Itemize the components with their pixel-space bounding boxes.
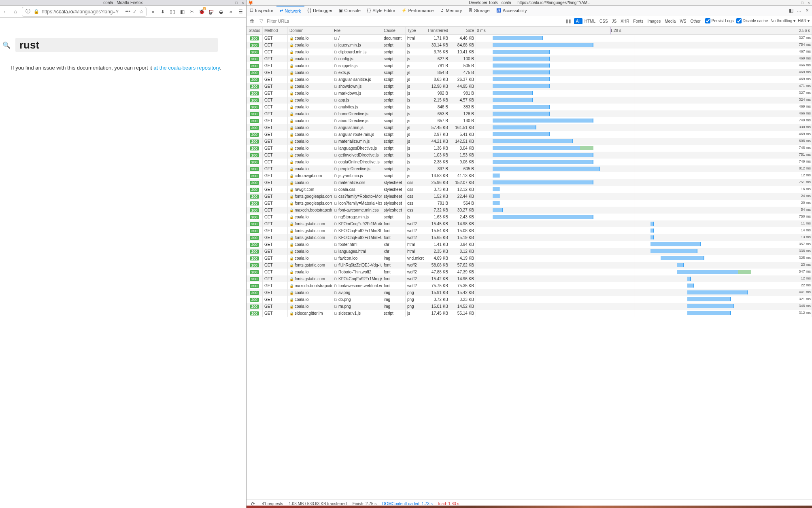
reader-icon[interactable]: ✓	[133, 9, 137, 15]
network-row[interactable]: 200GET🔒coala.io🗋snippets.jsscriptjs781 B…	[247, 62, 812, 69]
network-row[interactable]: 200GET🔒coala.io🗋coalaOnlineDirective.jss…	[247, 159, 812, 165]
network-row[interactable]: 200GET🔒coala.io🗋clipboard.min.jsscriptjs…	[247, 49, 812, 55]
network-row[interactable]: 200GET🔒coala.io🗋exts.jsscriptjs854 B475 …	[247, 69, 812, 76]
tab-style-editor[interactable]: { } Style Editor	[364, 6, 399, 15]
network-row[interactable]: 200GET🔒coala.io🗋Roboto-Thin.woff2fontwof…	[247, 269, 812, 275]
network-row[interactable]: 200GET🔒maxcdn.bootstrapcdn.com🗋fontaweso…	[247, 282, 812, 289]
info-icon[interactable]: ⓘ	[25, 8, 31, 15]
network-rows[interactable]: 200GET🔒coala.io🗋/documenthtml1.71 KB4.46…	[247, 35, 812, 499]
more-icon[interactable]: •••	[125, 9, 130, 15]
menu-icon[interactable]: ☰	[237, 8, 244, 15]
network-row[interactable]: 200GET🔒fonts.gstatic.com🗋KFOmCnqEu92Fr1M…	[247, 220, 812, 227]
network-row[interactable]: 200GET🔒fonts.gstatic.com🗋KFOlCnqEu92Fr1M…	[247, 227, 812, 234]
filter-media[interactable]: Media	[663, 18, 678, 24]
tab-inspector[interactable]: ☐ Inspector	[247, 6, 276, 15]
back-icon[interactable]: ←	[2, 8, 9, 15]
trash-icon[interactable]: 🗑	[249, 18, 255, 24]
tab-memory[interactable]: 🗋 Memory	[437, 6, 465, 15]
network-row[interactable]: 200GET🔒coala.io🗋config.jsscriptjs627 B10…	[247, 55, 812, 62]
persist-logs-checkbox[interactable]: Persist Logs	[705, 18, 734, 23]
pause-icon[interactable]: ▮▮	[565, 18, 572, 24]
library-icon[interactable]: ▯▯	[169, 8, 176, 15]
dt-minimize-button[interactable]: —	[793, 1, 798, 5]
filter-html[interactable]: HTML	[582, 18, 597, 24]
network-row[interactable]: 200GET🔒fonts.googleapis.com🗋css?family=R…	[247, 193, 812, 200]
network-row[interactable]: 200GET🔒cdn.rawgit.com🗋js-yaml.min.jsscri…	[247, 172, 812, 179]
search-input[interactable]	[15, 38, 218, 52]
overflow-icon[interactable]: »	[227, 8, 234, 15]
sidebar-icon[interactable]: ◧	[179, 8, 185, 15]
network-row[interactable]: 200GET🔒maxcdn.bootstrapcdn.com🗋font-awes…	[247, 207, 812, 214]
pocket-icon[interactable]: ◒	[218, 8, 224, 15]
filter-other[interactable]: Other	[689, 18, 703, 24]
network-row[interactable]: 200GET🔒coala.io🗋aboutDirective.jsscriptj…	[247, 117, 812, 124]
filter-fonts[interactable]: Fonts	[631, 18, 645, 24]
network-row[interactable]: 200GET🔒coala.io🗋languages.htmlxhrhtml2.3…	[247, 248, 812, 255]
disable-cache-checkbox[interactable]: Disable cache	[736, 18, 768, 23]
network-row[interactable]: 200GET🔒coala.io🗋av.pngimgpng15.91 KB15.4…	[247, 289, 812, 296]
network-row[interactable]: 200GET🔒coala.io🗋app.jsscriptjs2.15 KB4.5…	[247, 97, 812, 104]
network-row[interactable]: 200GET🔒coala.io🗋showdown.jsscriptjs12.98…	[247, 83, 812, 90]
col-cause[interactable]: Cause	[382, 27, 406, 34]
col-status[interactable]: Status	[247, 27, 263, 34]
network-row[interactable]: 200GET🔒sidecar.gitter.im🗋sidecar.v1.jssc…	[247, 310, 812, 317]
report-link[interactable]: at the coala-bears repository	[153, 65, 220, 71]
tab-storage[interactable]: 🗄 Storage	[465, 6, 493, 15]
screenshot-icon[interactable]: ✂	[189, 8, 195, 15]
bookmark-icon[interactable]: ☆	[139, 9, 144, 15]
network-row[interactable]: 200GET🔒coala.io🗋angular-sanitize.jsscrip…	[247, 76, 812, 83]
network-row[interactable]: 200GET🔒coala.io🗋/documenthtml1.71 KB4.46…	[247, 35, 812, 42]
col-domain[interactable]: Domain	[288, 27, 332, 34]
har-menu[interactable]: HAR ▾	[798, 19, 810, 23]
chevron-icon[interactable]: »	[150, 8, 156, 15]
dt-close-button[interactable]: ×	[806, 1, 811, 5]
throttling-select[interactable]: No throttling ▾	[770, 19, 795, 23]
network-row[interactable]: 200GET🔒coala.io🗋getinvolvedDirective.jss…	[247, 152, 812, 159]
closepanel-icon[interactable]: ×	[804, 7, 810, 14]
home-icon[interactable]: ⌂	[12, 8, 19, 15]
network-row[interactable]: 200GET🔒coala.io🗋favicon.icoimgvnd.micros…	[247, 255, 812, 262]
filter-ws[interactable]: WS	[678, 18, 688, 24]
col-type[interactable]: Type	[406, 27, 424, 34]
filter-input[interactable]	[267, 19, 563, 23]
ext1-icon[interactable]: 🐞2	[198, 8, 205, 15]
close-button[interactable]: ×	[240, 1, 245, 5]
tab-console[interactable]: ▣ Console	[336, 6, 363, 15]
network-row[interactable]: 200GET🔒fonts.gstatic.com🗋KFOkCnqEu92Fr1M…	[247, 275, 812, 282]
maximize-button[interactable]: □	[234, 1, 239, 5]
url-bar[interactable]: ⓘ 🔒 https://coala.io/#/languages?lang=Y …	[22, 7, 147, 17]
filter-images[interactable]: Images	[645, 18, 663, 24]
network-row[interactable]: 200GET🔒coala.io🗋do.pngimgpng3.72 KB3.23 …	[247, 296, 812, 303]
network-row[interactable]: 200GET🔒coala.io🗋angular-route.min.jsscri…	[247, 131, 812, 138]
network-row[interactable]: 200GET🔒coala.io🗋angular.min.jsscriptjs57…	[247, 124, 812, 131]
filter-xhr[interactable]: XHR	[619, 18, 631, 24]
col-size[interactable]: Size	[450, 27, 476, 34]
filter-js[interactable]: JS	[610, 18, 619, 24]
network-row[interactable]: 200GET🔒coala.io🗋homeDirective.jsscriptjs…	[247, 110, 812, 117]
col-file[interactable]: File	[332, 27, 382, 34]
network-row[interactable]: 200GET🔒fonts.gstatic.com🗋flUhRq6tzZclQEJ…	[247, 262, 812, 269]
network-row[interactable]: 200GET🔒fonts.gstatic.com🗋KFOlCnqEu92Fr1M…	[247, 234, 812, 241]
network-row[interactable]: 200GET🔒coala.io🗋analytics.jsscriptjs846 …	[247, 104, 812, 110]
tab-debugger[interactable]: { } Debugger	[304, 6, 336, 15]
network-row[interactable]: 200GET🔒coala.io🗋rm.pngimgpng15.01 KB14.5…	[247, 303, 812, 310]
tab-performance[interactable]: ⚡ Performance	[398, 6, 437, 15]
filter-all[interactable]: All	[574, 18, 582, 24]
filter-css[interactable]: CSS	[597, 18, 610, 24]
col-waterfall[interactable]: 0 ms 1.28 s 2.56 s	[476, 27, 812, 34]
download-icon[interactable]: ⬇	[159, 8, 166, 15]
tab-accessibility[interactable]: ♿ Accessibility	[493, 6, 530, 15]
meatball-icon[interactable]: …	[796, 7, 802, 14]
tab-network[interactable]: ⇄ Network	[276, 6, 304, 15]
ublock-icon[interactable]: 🛡3	[208, 8, 215, 15]
network-row[interactable]: 200GET🔒coala.io🗋languagesDirective.jsscr…	[247, 145, 812, 152]
dock-icon[interactable]: ◧	[788, 7, 794, 14]
network-row[interactable]: 200GET🔒coala.io🗋jquery.min.jsscriptjs30.…	[247, 42, 812, 49]
dt-maximize-button[interactable]: □	[800, 1, 805, 5]
network-row[interactable]: 200GET🔒coala.io🗋ngStorage.min.jsscriptjs…	[247, 214, 812, 220]
network-row[interactable]: 200GET🔒coala.io🗋materialize.cssstyleshee…	[247, 179, 812, 186]
network-row[interactable]: 200GET🔒coala.io🗋peopleDirective.jsscript…	[247, 165, 812, 172]
col-method[interactable]: Method	[263, 27, 288, 34]
network-row[interactable]: 200GET🔒coala.io🗋markdown.jsscriptjs992 B…	[247, 90, 812, 97]
network-row[interactable]: 200GET🔒coala.io🗋footer.htmlxhrhtml1.41 K…	[247, 241, 812, 248]
